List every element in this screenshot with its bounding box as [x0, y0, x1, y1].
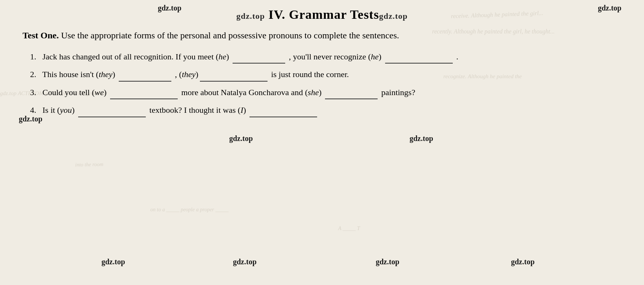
header-title: IV. Grammar Tests — [269, 8, 379, 21]
ex3-text: Could you tell (we) more about Natalya G… — [42, 88, 415, 97]
watermark-mid-1: gdz.top — [229, 134, 253, 143]
page-container: receive. Although he painted the girl...… — [0, 0, 644, 285]
watermark-bot-4: gdz.top — [511, 258, 535, 266]
header-watermark-right: gdz.top — [379, 11, 408, 21]
ex1-text: Jack has changed out of all recognition.… — [42, 52, 458, 61]
ex2-blank-1 — [119, 73, 171, 82]
watermark-bot-1: gdz.top — [101, 258, 125, 266]
ex2-number: 2. — [30, 70, 41, 79]
bg-decoration-6: on to a _____ people a proper _____ — [150, 207, 228, 213]
ex3-number: 3. — [30, 88, 41, 97]
ex3-blank-2 — [325, 91, 378, 99]
watermark-top-left: gdz.top — [158, 4, 181, 12]
exercise-2: 2. This house isn't (they) , (they) is j… — [23, 67, 621, 81]
page-header: gdz.top IV. Grammar Testsgdz.top — [23, 8, 621, 22]
exercise-3: 3. Could you tell (we) more about Nataly… — [23, 85, 621, 99]
bg-decoration-5: into the room — [75, 161, 103, 168]
ex4-blank-1 — [78, 109, 146, 117]
content-area: Test One. Use the appropriate forms of t… — [23, 29, 621, 117]
watermark-bot-3: gdz.top — [376, 258, 399, 266]
watermark-mid-2: gdz.top — [410, 134, 433, 143]
test-label: Test One. — [23, 30, 59, 40]
exercise-1: 1. Jack has changed out of all recogniti… — [23, 50, 621, 64]
bg-decoration-7: A _____ T — [338, 226, 360, 232]
ex4-blank-2 — [249, 109, 317, 117]
ex4-text: Is it (you) textbook? I thought it was (… — [42, 105, 319, 115]
ex1-number: 1. — [30, 52, 41, 61]
watermark-top-right: gdz.top — [598, 4, 621, 12]
instruction-text: Test One. Use the appropriate forms of t… — [23, 29, 621, 42]
instruction-body: Use the appropriate forms of the persona… — [61, 30, 399, 40]
ex1-blank-2 — [385, 55, 453, 64]
ex1-blank-1 — [233, 55, 285, 64]
watermark-bot-2: gdz.top — [233, 258, 257, 266]
exercise-4: 4. Is it (you) textbook? I thought it wa… — [23, 103, 621, 117]
watermark-left: gdz.top — [19, 115, 42, 123]
ex4-number: 4. — [30, 105, 41, 115]
ex3-blank-1 — [110, 91, 178, 99]
ex2-blank-2 — [200, 73, 268, 82]
header-watermark-left: gdz.top — [236, 11, 265, 21]
ex2-text: This house isn't (they) , (they) is just… — [42, 70, 349, 79]
